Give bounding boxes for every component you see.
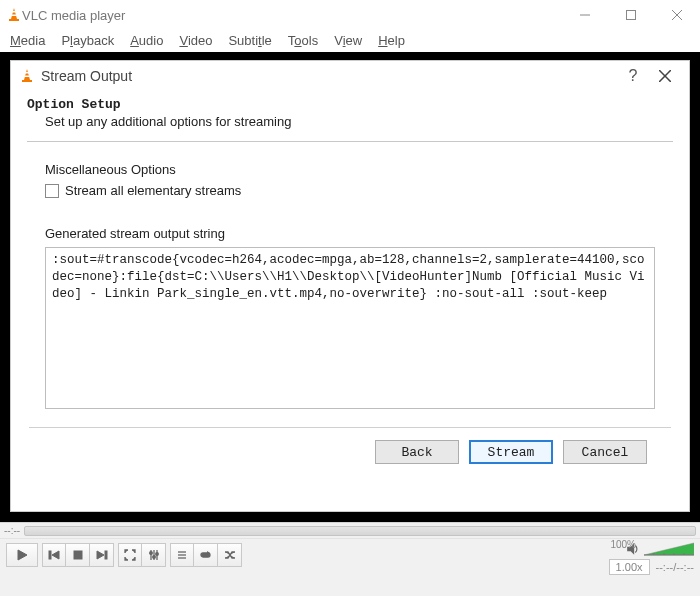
vlc-cone-icon: [6, 7, 22, 23]
seek-bar-row: --:--: [0, 522, 700, 538]
menu-tools[interactable]: Tools: [282, 31, 324, 50]
volume-slider[interactable]: [644, 541, 694, 557]
svg-point-25: [155, 553, 158, 556]
video-area: Stream Output ? Option Setup Set up any …: [0, 52, 700, 522]
extended-settings-button[interactable]: [142, 543, 166, 567]
svg-marker-14: [18, 550, 27, 560]
svg-rect-11: [24, 76, 29, 78]
svg-marker-8: [24, 69, 30, 80]
dialog-body: Option Setup Set up any additional optio…: [11, 91, 689, 511]
window-maximize-button[interactable]: [608, 0, 654, 30]
dialog-title: Stream Output: [41, 68, 617, 84]
window-titlebar: VLC media player: [0, 0, 700, 30]
svg-marker-18: [97, 551, 104, 559]
svg-rect-19: [105, 551, 107, 559]
svg-point-24: [152, 556, 155, 559]
stream-all-label: Stream all elementary streams: [65, 183, 241, 198]
menu-playback[interactable]: Playback: [55, 31, 120, 50]
stream-button[interactable]: Stream: [469, 440, 553, 464]
menu-view[interactable]: View: [328, 31, 368, 50]
stream-all-checkbox-row[interactable]: Stream all elementary streams: [45, 183, 655, 198]
back-button[interactable]: Back: [375, 440, 459, 464]
svg-rect-10: [25, 72, 29, 74]
divider: [27, 141, 673, 142]
generated-string-textarea[interactable]: :sout=#transcode{vcodec=h264,acodec=mpga…: [45, 247, 655, 409]
section-subtitle: Set up any additional options for stream…: [45, 114, 673, 129]
cancel-button[interactable]: Cancel: [563, 440, 647, 464]
menu-audio[interactable]: Audio: [124, 31, 169, 50]
play-button[interactable]: [6, 543, 38, 567]
vlc-cone-icon: [19, 68, 35, 84]
shuffle-button[interactable]: [218, 543, 242, 567]
stream-output-dialog: Stream Output ? Option Setup Set up any …: [10, 60, 690, 512]
player-controls: 100% 1.00x --:--/--:--: [0, 538, 700, 596]
loop-button[interactable]: [194, 543, 218, 567]
svg-marker-16: [52, 551, 59, 559]
seek-time-left: --:--: [4, 525, 20, 536]
svg-rect-9: [22, 80, 32, 82]
svg-rect-17: [74, 551, 82, 559]
dialog-titlebar: Stream Output ?: [11, 61, 689, 91]
menu-bar: Media Playback Audio Video Subtitle Tool…: [0, 30, 700, 52]
stop-button[interactable]: [66, 543, 90, 567]
window-title: VLC media player: [22, 8, 562, 23]
svg-point-23: [149, 552, 152, 555]
seek-slider[interactable]: [24, 526, 696, 536]
svg-marker-0: [11, 8, 17, 19]
svg-marker-31: [644, 543, 694, 555]
menu-subtitle[interactable]: Subtitle: [222, 31, 277, 50]
menu-media[interactable]: Media: [4, 31, 51, 50]
menu-video[interactable]: Video: [173, 31, 218, 50]
playlist-button[interactable]: [170, 543, 194, 567]
svg-rect-1: [9, 19, 19, 21]
window-minimize-button[interactable]: [562, 0, 608, 30]
previous-button[interactable]: [42, 543, 66, 567]
svg-rect-15: [49, 551, 51, 559]
volume-percent: 100%: [610, 539, 636, 550]
window-close-button[interactable]: [654, 0, 700, 30]
playback-rate[interactable]: 1.00x: [609, 559, 650, 575]
generated-string-header: Generated stream output string: [45, 226, 655, 241]
playlist-button-group: [170, 543, 242, 567]
fullscreen-button[interactable]: [118, 543, 142, 567]
svg-rect-5: [627, 11, 636, 20]
menu-help[interactable]: Help: [372, 31, 411, 50]
nav-button-group: [42, 543, 114, 567]
next-button[interactable]: [90, 543, 114, 567]
dialog-close-button[interactable]: [649, 61, 681, 91]
svg-rect-3: [11, 15, 16, 17]
svg-rect-2: [12, 11, 16, 13]
dialog-help-button[interactable]: ?: [617, 61, 649, 91]
dialog-footer: Back Stream Cancel: [29, 427, 671, 478]
view-button-group: [118, 543, 166, 567]
misc-options-header: Miscellaneous Options: [45, 162, 655, 177]
stream-all-checkbox[interactable]: [45, 184, 59, 198]
section-title: Option Setup: [27, 97, 673, 112]
time-display: --:--/--:--: [656, 561, 694, 573]
